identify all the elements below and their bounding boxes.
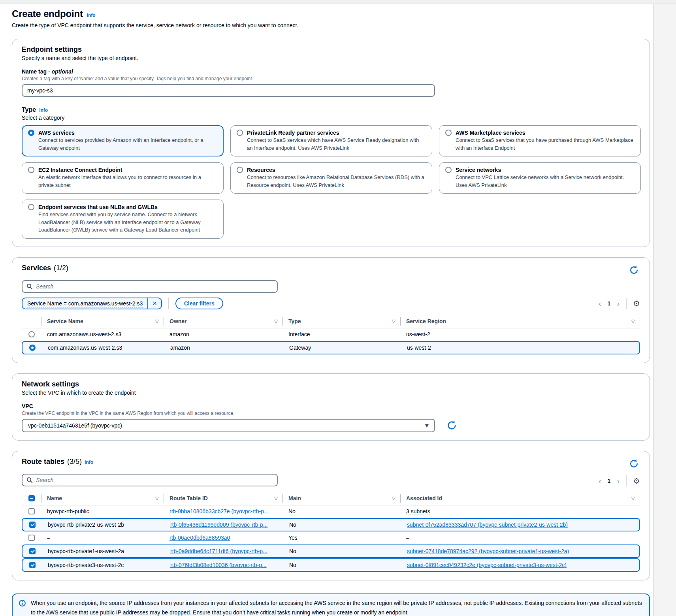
name-tag-input[interactable] [22,84,435,97]
type-label-text: Type [22,106,36,113]
radio-marketplace[interactable] [445,130,452,136]
route-table-row[interactable]: – rtb-06ae0dbd6a88593a0 Yes – [22,532,640,544]
search-icon [26,283,33,290]
row-checkbox[interactable] [28,508,35,514]
route-tables-info-link[interactable]: Info [85,460,93,465]
service-name-filter-token[interactable]: Service Name = com.amazonaws.us-west-2.s… [22,298,162,309]
route-table-row[interactable]: byovpc-rtb-private2-us-west-2b rtb-0f654… [22,518,640,531]
col-owner: Owner▽ [164,315,282,328]
network-settings-description: Select the VPC in which to create the en… [22,390,640,396]
row-checkbox[interactable] [29,522,36,528]
subnets-popover-link[interactable]: 3 subnets [406,508,430,514]
cell-service-name: com.amazonaws.us-west-2.s3 [41,331,164,337]
row-checkbox[interactable] [28,535,35,541]
route-tables-title: Route tables (3/5) Info [22,458,93,466]
page-info-link[interactable]: Info [87,13,96,18]
sort-icon[interactable]: ▽ [274,318,278,324]
radio-resources[interactable] [237,167,243,173]
row-checkbox[interactable] [29,562,36,568]
type-option-nlb-gwlb[interactable]: Endpoint services that use NLBs and GWLB… [22,200,224,239]
page-header: Create endpoint Info [12,4,650,19]
radio-aws-services[interactable] [28,130,34,136]
cell-service-name: com.amazonaws.us-west-2.s3 [42,345,164,351]
route-table-row[interactable]: byovpc-rtb-private3-us-west-2c rtb-076fd… [22,558,640,572]
type-option-service-networks[interactable]: Service networks Connect to VPC Lattice … [439,162,641,194]
route-tables-refresh-button[interactable] [628,458,640,470]
route-table-id-link[interactable]: rtb-0bba10806b33cb27e (byovpc-rtb-p... [169,508,269,514]
route-tables-pagination: ‹ 1 › ⚙ [599,475,640,486]
radio-nlb-gwlb[interactable] [28,204,34,210]
filter-divider [168,298,169,309]
route-tables-settings-gear-icon[interactable]: ⚙ [633,477,640,485]
pager-divider [626,298,627,309]
service-row-interface[interactable]: com.amazonaws.us-west-2.s3 amazon Interf… [22,328,640,341]
route-table-row[interactable]: byovpc-rtb-public rtb-0bba10806b33cb27e … [22,505,640,518]
type-option-title: AWS services [38,130,75,136]
col-associated-id: Associated Id▽ [400,492,640,505]
sort-icon[interactable]: ▽ [155,495,159,501]
row-radio[interactable] [29,345,36,351]
route-table-row[interactable]: byovpc-rtb-private1-us-west-2a rtb-0a9dd… [22,544,640,558]
refresh-icon [629,464,639,470]
service-row-gateway[interactable]: com.amazonaws.us-west-2.s3 amazon Gatewa… [22,341,640,354]
services-refresh-button[interactable] [628,264,640,276]
route-table-id-link[interactable]: rtb-0f65438d1199ed009 (byovpc-rtb-p... [170,522,267,528]
previous-page-icon[interactable]: ‹ [599,300,601,307]
type-option-resources[interactable]: Resources Connect to resources like Amaz… [230,162,432,194]
type-hint: Select a category [22,115,640,121]
col-service-region: Service Region▽ [400,315,640,328]
type-info-link[interactable]: Info [39,107,48,113]
sort-icon[interactable]: ▽ [631,318,635,324]
route-table-id-link[interactable]: rtb-06ae0dbd6a88593a0 [169,535,230,541]
header-end-divider [640,317,640,326]
route-table-id-link[interactable]: rtb-076fdf3b08ed10036 (byovpc-rtb-p... [170,562,267,568]
top-divider [0,0,676,4]
clear-filters-button[interactable]: Clear filters [175,298,223,309]
vpc-help: Create the VPC endpoint in the VPC in th… [22,411,640,416]
sort-icon[interactable]: ▽ [392,318,395,324]
type-option-marketplace[interactable]: AWS Marketplace services Connect to SaaS… [439,125,641,156]
services-count: (1/2) [54,264,68,272]
previous-page-icon[interactable]: ‹ [599,477,601,485]
services-pagination: ‹ 1 › ⚙ [599,298,640,309]
cell-name: byovpc-rtb-private2-us-west-2b [42,522,164,528]
select-all-checkbox[interactable] [28,495,35,501]
type-option-description: An elastic network interface that allows… [38,173,217,189]
route-table-id-link[interactable]: rtb-0a9ddbe64c1711df6 (byovpc-rtb-p... [170,548,267,554]
sort-icon[interactable]: ▽ [392,495,395,501]
radio-ec2-instance-connect[interactable] [28,167,34,173]
type-option-description: Connect to SaaS services which have AWS … [247,136,426,152]
services-settings-gear-icon[interactable]: ⚙ [633,300,640,307]
radio-service-networks[interactable] [445,167,452,173]
cell-main: Yes [282,535,400,541]
row-checkbox[interactable] [29,548,36,554]
subnet-link[interactable]: subnet-0f752ad83333ad707 (byovpc-subnet-… [407,522,568,528]
sort-icon[interactable]: ▽ [155,318,159,324]
name-tag-label-text: Name tag [22,68,47,75]
row-radio[interactable] [28,331,35,337]
radio-privatelink-partner[interactable] [237,130,243,136]
route-tables-page-number[interactable]: 1 [608,478,611,484]
alert-text: When you use an endpoint, the source IP … [31,598,643,616]
next-page-icon[interactable]: › [617,300,620,307]
name-tag-label: Name tag - optional [22,68,640,75]
vpc-refresh-button[interactable] [445,419,458,432]
subnet-link[interactable]: subnet-07418de78974ac292 (byovpc-subnet-… [407,548,569,554]
route-tables-count: (3/5) [67,458,82,466]
services-search-input[interactable] [36,283,273,290]
cell-associated-id: – [400,535,640,541]
sort-icon[interactable]: ▽ [274,495,278,501]
info-circle-icon [19,598,26,616]
type-option-ec2-instance-connect[interactable]: EC2 Instance Connect Endpoint An elastic… [22,162,224,194]
sort-icon[interactable]: ▽ [631,495,635,501]
filter-token-close-icon[interactable]: ✕ [147,298,161,309]
subnet-link[interactable]: subnet-0f891cec049232c2e (byovpc-subnet-… [407,562,567,568]
endpoint-settings-title: Endpoint settings [22,45,640,54]
vpc-select[interactable]: vpc-0eb11514a74631e5f (byovpc-vpc) ▼ [22,419,435,432]
services-page-number[interactable]: 1 [608,300,611,307]
type-option-aws-services[interactable]: AWS services Connect to services provide… [22,125,224,156]
route-tables-search-input[interactable] [36,477,273,483]
next-page-icon[interactable]: › [617,477,620,485]
endpoint-info-alert: When you use an endpoint, the source IP … [12,593,650,616]
type-option-privatelink-partner[interactable]: PrivateLink Ready partner services Conne… [230,125,432,156]
